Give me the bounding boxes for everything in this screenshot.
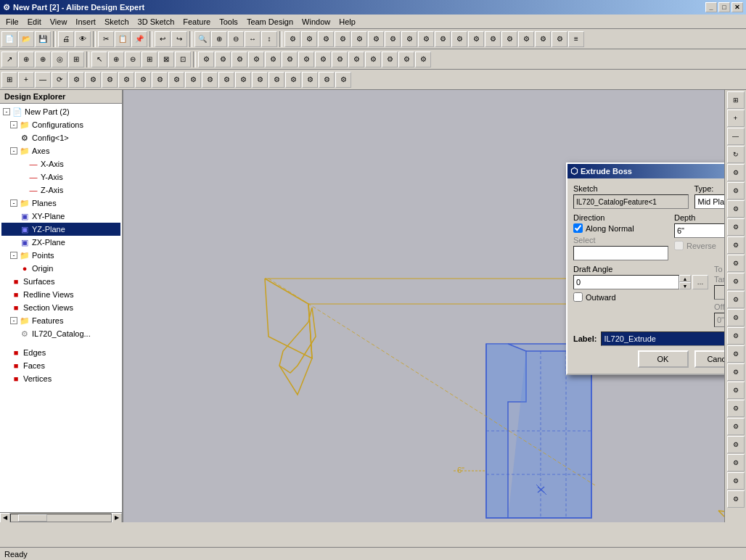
tree-item-features[interactable]: - 📁 Features: [1, 314, 120, 327]
menu-insert[interactable]: Insert: [71, 16, 100, 28]
draft-up[interactable]: ▲: [679, 275, 691, 282]
tb1-btn20[interactable]: ⚙: [451, 31, 467, 47]
menu-tools[interactable]: Tools: [215, 16, 242, 28]
rt-btn4[interactable]: ↻: [727, 146, 745, 163]
menu-file[interactable]: File: [1, 16, 23, 28]
menu-help[interactable]: Help: [335, 16, 360, 28]
scroll-left[interactable]: ◀: [0, 513, 10, 523]
tb2-btn18[interactable]: ⚙: [298, 52, 314, 67]
rt-btn20[interactable]: ⚙: [727, 436, 745, 453]
depth-input[interactable]: [674, 223, 724, 238]
tree-item-root[interactable]: - 📄 New Part (2): [1, 105, 120, 118]
tb1-btn26[interactable]: ⚙: [552, 31, 567, 47]
tb1-btn21[interactable]: ⚙: [468, 31, 484, 47]
tree-item-zaxis[interactable]: — Z-Axis: [1, 184, 120, 197]
tb2-btn6[interactable]: ↖: [91, 52, 107, 67]
tb2-btn17[interactable]: ⚙: [282, 52, 298, 67]
tb1-btn16[interactable]: ⚙: [385, 31, 401, 47]
rt-btn9[interactable]: ⚙: [727, 236, 745, 254]
rt-btn10[interactable]: ⚙: [727, 255, 745, 272]
tb1-btn6[interactable]: ⊕: [211, 31, 227, 47]
new-button[interactable]: 📄: [1, 31, 17, 47]
tb2-btn21[interactable]: ⚙: [348, 52, 364, 67]
tb3-btn7[interactable]: ⚙: [102, 72, 118, 88]
tb2-btn9[interactable]: ⊞: [142, 52, 157, 67]
rt-btn17[interactable]: ⚙: [727, 382, 745, 399]
tb1-btn22[interactable]: ⚙: [485, 31, 501, 47]
tb3-btn15[interactable]: ⚙: [235, 72, 251, 88]
print-preview-button[interactable]: 👁: [75, 31, 91, 47]
rt-btn2[interactable]: +: [727, 110, 745, 127]
expand-root[interactable]: -: [3, 108, 10, 115]
tb2-btn15[interactable]: ⚙: [248, 52, 264, 67]
tb2-btn1[interactable]: ↗: [1, 52, 17, 67]
tree-item-configurations[interactable]: - 📁 Configurations: [1, 118, 120, 131]
tb1-btn11[interactable]: ⚙: [301, 31, 317, 47]
tb1-btn15[interactable]: ⚙: [368, 31, 384, 47]
tree-item-xyplane[interactable]: ▣ XY-Plane: [1, 210, 120, 223]
tb2-btn20[interactable]: ⚙: [332, 52, 348, 67]
draft-down[interactable]: ▼: [679, 282, 691, 289]
tb2-btn24[interactable]: ⚙: [398, 52, 414, 67]
tb2-btn10[interactable]: ⊠: [158, 52, 174, 67]
tree-item-faces[interactable]: ■ Faces: [1, 359, 120, 372]
menu-view[interactable]: View: [46, 16, 72, 28]
rt-btn15[interactable]: ⚙: [727, 345, 745, 363]
ok-button[interactable]: OK: [638, 350, 689, 368]
tb3-btn19[interactable]: ⚙: [302, 72, 318, 88]
tb1-btn13[interactable]: ⚙: [335, 31, 351, 47]
rt-btn18[interactable]: ⚙: [727, 400, 745, 417]
expand-configs[interactable]: -: [10, 121, 17, 128]
tree-item-il720catalog[interactable]: ⚙ IL720_Catalog...: [1, 327, 120, 340]
tb1-btn24[interactable]: ⚙: [518, 31, 534, 47]
tree-item-planes[interactable]: - 📁 Planes: [1, 197, 120, 210]
tb2-btn14[interactable]: ⚙: [231, 52, 247, 67]
menu-feature[interactable]: Feature: [179, 16, 215, 28]
expand-features[interactable]: -: [10, 317, 17, 324]
tb1-btn9[interactable]: ↕: [261, 31, 277, 47]
tb1-btn27[interactable]: ≡: [568, 31, 584, 47]
expand-planes[interactable]: -: [10, 199, 17, 207]
rt-btn3[interactable]: —: [727, 128, 745, 145]
tb1-btn14[interactable]: ⚙: [351, 31, 367, 47]
tree-item-redlineviews[interactable]: ■ Redline Views: [1, 288, 120, 301]
along-normal-checkbox[interactable]: [573, 223, 583, 233]
tb1-btn8[interactable]: ↔: [245, 31, 261, 47]
tree-item-yaxis[interactable]: — Y-Axis: [1, 170, 120, 184]
menu-3dsketch[interactable]: 3D Sketch: [134, 16, 179, 28]
tree-item-points[interactable]: - 📁 Points: [1, 249, 120, 262]
rt-btn14[interactable]: ⚙: [727, 327, 745, 345]
rt-btn23[interactable]: ⚙: [727, 490, 745, 508]
menu-team-design[interactable]: Team Design: [242, 16, 298, 28]
rt-btn22[interactable]: ⚙: [727, 472, 745, 490]
menu-window[interactable]: Window: [298, 16, 335, 28]
tb2-btn25[interactable]: ⚙: [415, 52, 431, 67]
undo-button[interactable]: ↩: [155, 31, 171, 47]
tb1-btn18[interactable]: ⚙: [418, 31, 434, 47]
tb2-btn22[interactable]: ⚙: [365, 52, 381, 67]
tb2-btn8[interactable]: ⊖: [125, 52, 141, 67]
tree-item-vertices[interactable]: ■ Vertices: [1, 372, 120, 385]
tree-item-config1[interactable]: ⚙ Config<1>: [1, 131, 120, 144]
tb1-btn23[interactable]: ⚙: [501, 31, 517, 47]
rt-btn6[interactable]: ⚙: [727, 182, 745, 199]
close-button[interactable]: ✕: [731, 2, 743, 12]
scroll-right[interactable]: ▶: [112, 513, 122, 523]
tb2-btn16[interactable]: ⚙: [265, 52, 281, 67]
tb3-btn8[interactable]: ⚙: [118, 72, 134, 88]
print-button[interactable]: 🖨: [58, 31, 74, 47]
tb2-btn11[interactable]: ⊡: [175, 52, 191, 67]
tb3-btn18[interactable]: ⚙: [285, 72, 301, 88]
tree-item-origin[interactable]: ● Origin: [1, 262, 120, 275]
tb3-btn2[interactable]: +: [18, 72, 34, 88]
tb3-btn10[interactable]: ⚙: [152, 72, 168, 88]
expand-points[interactable]: -: [10, 252, 17, 259]
tree-item-surfaces[interactable]: ■ Surfaces: [1, 275, 120, 288]
save-button[interactable]: 💾: [35, 31, 51, 47]
tree-item-yzplane[interactable]: ▣ YZ-Plane: [1, 223, 120, 236]
tb1-btn25[interactable]: ⚙: [535, 31, 551, 47]
select-input[interactable]: [573, 246, 668, 260]
tree-item-edges[interactable]: ■ Edges: [1, 346, 120, 359]
tb2-btn12[interactable]: ⚙: [198, 52, 214, 67]
tb3-btn17[interactable]: ⚙: [269, 72, 284, 88]
